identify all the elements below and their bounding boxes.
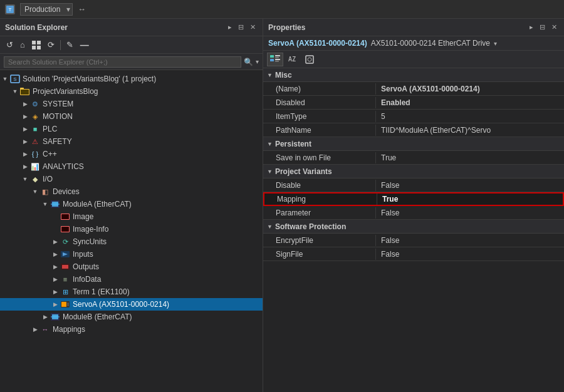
props-row-projectvariants-2[interactable]: ParameterFalse <box>263 206 564 220</box>
props-row-misc-3[interactable]: PathNameTIID^ModuleA (EtherCAT)^Servo <box>263 123 564 137</box>
tree-expand-mappings[interactable]: ▶ <box>30 324 40 334</box>
tree-item-moduleb[interactable]: ▶ModuleB (EtherCAT) <box>0 311 263 323</box>
props-pin-button[interactable]: ▸ <box>528 23 535 32</box>
props-row-softwareprotection-0[interactable]: EncryptFileFalse <box>263 234 564 247</box>
tree-expand-plc[interactable]: ▶ <box>20 124 30 134</box>
props-row-softwareprotection-1[interactable]: SignFileFalse <box>263 247 564 261</box>
search-dropdown-button[interactable]: ▾ <box>256 58 259 65</box>
tree-item-analytics[interactable]: ▶📊ANALYTICS <box>0 160 263 173</box>
servo-icon <box>60 299 70 309</box>
tree-expand-devices[interactable]: ▼ <box>30 187 40 197</box>
props-name-misc-3: PathName <box>263 125 376 136</box>
tree-item-devices[interactable]: ▼◧Devices <box>0 185 263 198</box>
tree-item-modulea[interactable]: ▼ModuleA (EtherCAT) <box>0 198 263 210</box>
props-name-persistent-0: Save in own File <box>263 152 376 163</box>
tree-expand-motion[interactable]: ▶ <box>20 111 30 121</box>
tree-item-solution[interactable]: ▼SSolution 'ProjectVariantsBlog' (1 proj… <box>0 73 263 85</box>
tree-item-mappings[interactable]: ▶↔Mappings <box>0 323 263 336</box>
tree-expand-modulea[interactable]: ▼ <box>40 199 50 209</box>
search-button[interactable]: 🔍 <box>244 58 253 66</box>
search-row: 🔍 ▾ <box>0 54 263 70</box>
tree-expand-term1[interactable]: ▶ <box>50 287 60 297</box>
tree-item-image[interactable]: Image <box>0 210 263 223</box>
tree-expand-imageinfo[interactable] <box>50 224 60 234</box>
solution-explorer-panel: Solution Explorer ▸ ⊟ ✕ ↺ ⌂ ⟳ ✎ — 🔍 ▾ <box>0 19 263 392</box>
props-name-projectvariants-0: Disable <box>263 180 376 191</box>
tree-expand-moduleb[interactable]: ▶ <box>40 312 50 322</box>
props-close-button[interactable]: ✕ <box>550 23 559 32</box>
tree-item-plc[interactable]: ▶■PLC <box>0 123 263 135</box>
tree-expand-inputs[interactable]: ▶ <box>50 249 60 259</box>
tree-expand-infodata[interactable]: ▶ <box>50 274 60 284</box>
props-row-misc-1[interactable]: DisabledEnabled <box>263 96 564 110</box>
filter-button[interactable]: ✎ <box>64 39 76 51</box>
object-dropdown-icon[interactable]: ▾ <box>494 40 497 47</box>
tree-item-system[interactable]: ▶⚙SYSTEM <box>0 98 263 110</box>
tree-item-cpp[interactable]: ▶{ }C++ <box>0 148 263 160</box>
props-row-misc-0[interactable]: (Name)ServoA (AX5101-0000-0214) <box>263 82 564 96</box>
tree-expand-servoa[interactable]: ▶ <box>50 299 60 309</box>
props-name-misc-2: ItemType <box>263 111 376 122</box>
tree-item-term1[interactable]: ▶⊞Term 1 (EK1100) <box>0 286 263 298</box>
props-value-persistent-0: True <box>376 152 564 163</box>
tree-item-imageinfo[interactable]: Image-Info <box>0 223 263 235</box>
tree-label-servoa: ServoA (AX5101-0000-0214) <box>73 300 169 309</box>
section-header-projectvariants[interactable]: ▼Project Variants <box>263 165 564 178</box>
props-row-projectvariants-0[interactable]: DisableFalse <box>263 178 564 192</box>
properties-toolbar: AZ ↓ <box>263 51 564 68</box>
tree-item-syncunits[interactable]: ▶⟳SyncUnits <box>0 235 263 248</box>
tree-expand-system[interactable]: ▶ <box>20 99 30 109</box>
props-row-projectvariants-1[interactable]: MappingTrue <box>263 192 564 206</box>
grid-button[interactable] <box>29 39 43 51</box>
refresh-button[interactable]: ⟳ <box>45 39 57 51</box>
tree-item-outputs[interactable]: ▶Outputs <box>0 260 263 273</box>
section-header-softwareprotection[interactable]: ▼Software Protection <box>263 220 564 234</box>
tree-item-infodata[interactable]: ▶≡InfoData <box>0 273 263 286</box>
cpp-icon: { } <box>30 149 40 159</box>
property-pages-button[interactable] <box>302 53 317 66</box>
back-button[interactable]: ↺ <box>4 39 16 51</box>
svg-rect-23 <box>61 302 66 307</box>
tree-expand-image[interactable] <box>50 212 60 222</box>
alphabetical-view-button[interactable]: AZ ↓ <box>285 53 300 66</box>
tree-expand-solution[interactable]: ▼ <box>0 74 10 84</box>
tree-label-io: I/O <box>43 175 53 183</box>
tree-expand-analytics[interactable]: ▶ <box>20 162 30 172</box>
tree-item-safety[interactable]: ▶⚠SAFETY <box>0 135 263 148</box>
section-header-persistent[interactable]: ▼Persistent <box>263 137 564 151</box>
home-button[interactable]: ⌂ <box>18 39 28 51</box>
props-row-persistent-0[interactable]: Save in own FileTrue <box>263 151 564 165</box>
categorized-view-button[interactable] <box>267 53 283 66</box>
props-value-projectvariants-1: True <box>377 193 563 205</box>
dock-button[interactable]: ⊟ <box>236 23 246 32</box>
pin-button[interactable]: ▸ <box>226 23 234 32</box>
tree-expand-cpp[interactable]: ▶ <box>20 149 30 159</box>
properties-panel: Properties ▸ ⊟ ✕ ServoA (AX5101-0000-021… <box>263 19 564 392</box>
search-input[interactable] <box>4 56 241 68</box>
props-dock-button[interactable]: ⊟ <box>538 23 547 32</box>
tree-item-servoa[interactable]: ▶ServoA (AX5101-0000-0214) <box>0 298 263 311</box>
tree-expand-syncunits[interactable]: ▶ <box>50 237 60 247</box>
tree-expand-safety[interactable]: ▶ <box>20 137 30 147</box>
section-expand-persistent: ▼ <box>267 141 273 147</box>
section-header-misc[interactable]: ▼Misc <box>263 68 564 82</box>
tree-expand-project[interactable]: ▼ <box>10 86 20 96</box>
tree-item-io[interactable]: ▼◆I/O <box>0 173 263 185</box>
close-button[interactable]: ✕ <box>248 23 258 32</box>
outputs-icon <box>60 262 70 272</box>
tree-item-inputs[interactable]: ▶Inputs <box>0 248 263 260</box>
configuration-dropdown[interactable]: Production <box>20 3 73 16</box>
configuration-dropdown-wrap[interactable]: Production <box>20 3 73 16</box>
svg-rect-10 <box>21 90 29 95</box>
tree-expand-io[interactable]: ▼ <box>20 174 30 184</box>
svg-rect-33 <box>275 61 279 62</box>
props-row-misc-2[interactable]: ItemType5 <box>263 110 564 123</box>
tree-expand-outputs[interactable]: ▶ <box>50 262 60 272</box>
tree-label-plc: PLC <box>43 125 57 133</box>
collapse-button[interactable]: — <box>78 39 91 51</box>
tree-item-project[interactable]: ▼ProjectVariantsBlog <box>0 85 263 98</box>
svg-rect-3 <box>37 41 41 44</box>
svg-rect-24 <box>67 302 69 306</box>
tree-item-motion[interactable]: ▶◈MOTION <box>0 110 263 123</box>
ethercat-icon <box>50 199 60 209</box>
